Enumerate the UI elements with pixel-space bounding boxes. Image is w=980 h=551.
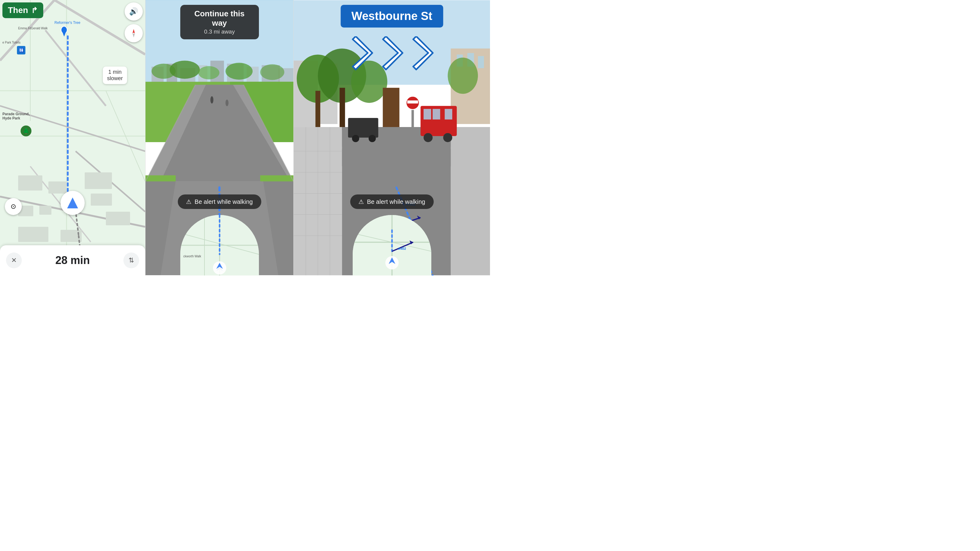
alert-text-right: Be alert while walking	[367, 198, 425, 205]
then-label: Then	[8, 5, 28, 15]
svg-rect-15	[85, 172, 112, 189]
chevron-2	[379, 36, 406, 73]
recenter-icon: ⊙	[11, 203, 16, 211]
svg-rect-14	[48, 181, 67, 194]
map-background: Reformer's Tree Emma FitGerald Walk e Pa…	[0, 0, 145, 275]
recenter-button[interactable]: ⊙	[5, 198, 22, 215]
alert-badge-middle: ⚠ Be alert while walking	[178, 194, 261, 209]
svg-point-42	[225, 63, 253, 80]
destination-pin	[60, 26, 68, 37]
alert-icon-middle: ⚠	[186, 198, 191, 205]
user-arrow	[67, 197, 78, 208]
ar-street-panel: A402 Westbourne St ⚠ Be alert while walk…	[293, 0, 490, 275]
svg-rect-86	[451, 127, 490, 275]
compass-svg	[128, 28, 139, 39]
user-location	[60, 191, 85, 215]
svg-rect-18	[39, 206, 51, 215]
svg-marker-113	[353, 36, 372, 70]
toilet-icon: 🚻	[17, 46, 25, 54]
ar-park-panel: Continue this way 0.3 mi away ⚠ Be alert…	[145, 0, 293, 275]
swap-icon: ⇅	[129, 256, 134, 264]
svg-marker-26	[62, 31, 66, 37]
bottom-navigation-bar: ✕ 28 min ⇅	[0, 245, 145, 275]
turn-arrows	[348, 36, 436, 73]
swap-button[interactable]: ⇅	[123, 252, 139, 268]
emma-walk-label: Emma FitGerald Walk	[18, 27, 48, 30]
svg-point-52	[210, 96, 213, 103]
svg-point-53	[225, 100, 228, 106]
svg-text:ckworth Walk: ckworth Walk	[183, 255, 202, 258]
alert-icon-right: ⚠	[358, 198, 364, 205]
svg-marker-115	[413, 36, 433, 70]
map-svg	[0, 0, 145, 275]
svg-point-101	[443, 133, 452, 142]
svg-rect-105	[411, 106, 414, 166]
svg-text:A402: A402	[398, 247, 406, 250]
slower-bubble: 1 min slower	[103, 67, 127, 84]
svg-point-100	[423, 133, 433, 142]
svg-rect-107	[407, 100, 418, 103]
slower-text: 1 min slower	[107, 69, 123, 81]
svg-point-103	[352, 135, 360, 142]
sound-icon: 🔊	[129, 7, 138, 16]
then-arrow-icon: ↱	[31, 6, 38, 15]
svg-point-40	[170, 61, 200, 79]
westbourne-sign: Westbourne St	[340, 5, 443, 27]
park-toilets-label: e Park Toilets	[2, 41, 21, 44]
street-name: Westbourne St	[352, 10, 432, 22]
alert-badge-right: ⚠ Be alert while walking	[350, 194, 433, 209]
svg-point-104	[369, 135, 376, 142]
continue-main-text: Continue this way	[189, 9, 250, 28]
close-icon: ✕	[11, 256, 17, 264]
time-value: 28 min	[55, 254, 90, 267]
left-map-panel: Reformer's Tree Emma FitGerald Walk e Pa…	[0, 0, 145, 275]
svg-rect-16	[91, 194, 112, 206]
svg-marker-114	[383, 36, 402, 70]
svg-rect-98	[433, 109, 440, 119]
svg-rect-13	[18, 175, 42, 191]
parade-ground-label: Parade Ground,Hyde Park	[2, 112, 30, 121]
compass-button[interactable]	[125, 24, 143, 42]
alert-text-middle: Be alert while walking	[194, 198, 253, 205]
svg-rect-19	[106, 212, 130, 225]
chevron-1	[348, 36, 375, 73]
time-display: 28 min	[55, 254, 90, 267]
svg-marker-28	[132, 33, 135, 38]
svg-rect-102	[348, 118, 379, 138]
then-button[interactable]: Then ↱	[2, 2, 43, 18]
continue-banner: Continue this way 0.3 mi away	[180, 5, 259, 39]
svg-rect-97	[423, 109, 431, 119]
svg-marker-27	[132, 29, 135, 33]
svg-point-78	[448, 57, 478, 94]
continue-sub-text: 0.3 mi away	[189, 29, 250, 35]
svg-rect-20	[18, 227, 48, 242]
close-button[interactable]: ✕	[6, 252, 22, 268]
svg-point-43	[260, 64, 284, 80]
sound-button[interactable]: 🔊	[125, 2, 143, 21]
svg-rect-72	[478, 56, 484, 68]
chevron-3	[409, 36, 436, 73]
svg-point-41	[199, 66, 220, 79]
svg-rect-99	[445, 109, 452, 119]
park-icon: 🌲	[21, 125, 32, 137]
reformers-tree-label: Reformer's Tree	[54, 21, 80, 25]
